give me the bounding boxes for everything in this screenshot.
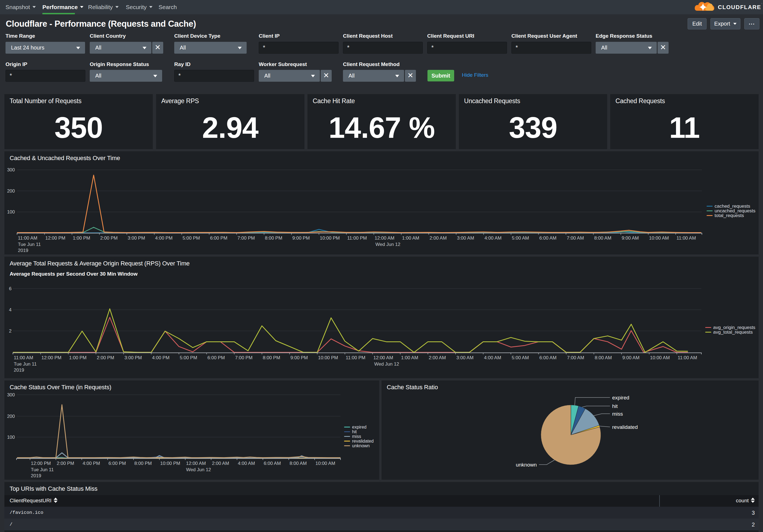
svg-text:CLOUDFLARE: CLOUDFLARE — [718, 4, 761, 10]
svg-text:2: 2 — [9, 328, 12, 334]
svg-text:100: 100 — [7, 435, 15, 440]
svg-text:9:00 PM: 9:00 PM — [290, 355, 308, 360]
svg-text:12:00 AM: 12:00 AM — [186, 461, 206, 466]
svg-text:6: 6 — [9, 286, 12, 291]
svg-text:hit: hit — [612, 403, 618, 409]
svg-text:11:00 AM: 11:00 AM — [678, 355, 697, 360]
svg-text:1:00 AM: 1:00 AM — [402, 235, 419, 241]
svg-text:2:00 PM: 2:00 PM — [57, 461, 74, 466]
svg-text:Wed Jun 12: Wed Jun 12 — [376, 242, 400, 247]
svg-text:10:00 PM: 10:00 PM — [318, 355, 338, 360]
svg-text:12:00 AM: 12:00 AM — [375, 235, 394, 241]
svg-text:4:00 AM: 4:00 AM — [485, 235, 501, 241]
svg-text:200: 200 — [7, 188, 15, 194]
svg-text:7:00 PM: 7:00 PM — [238, 235, 255, 241]
svg-text:Tue Jun 11: Tue Jun 11 — [18, 242, 41, 247]
svg-text:3:00 PM: 3:00 PM — [124, 355, 142, 360]
svg-text:8:00 PM: 8:00 PM — [265, 235, 282, 241]
svg-text:10:00 PM: 10:00 PM — [160, 461, 180, 466]
svg-text:6:00 PM: 6:00 PM — [208, 355, 225, 360]
svg-text:expired: expired — [612, 395, 629, 400]
svg-text:200: 200 — [7, 414, 15, 419]
svg-text:´: ´ — [761, 3, 762, 6]
svg-text:7:00 PM: 7:00 PM — [235, 355, 253, 360]
svg-text:12:00 AM: 12:00 AM — [374, 355, 393, 360]
svg-text:10:00 PM: 10:00 PM — [320, 235, 340, 241]
svg-text:3:00 AM: 3:00 AM — [457, 235, 474, 241]
svg-text:2019: 2019 — [18, 248, 28, 253]
svg-text:2:00 AM: 2:00 AM — [429, 355, 446, 360]
svg-text:8:00 AM: 8:00 AM — [595, 355, 612, 360]
svg-text:4:00 PM: 4:00 PM — [152, 355, 169, 360]
svg-text:unknown: unknown — [516, 462, 537, 468]
svg-text:7:00 AM: 7:00 AM — [567, 235, 584, 241]
svg-text:1:00 PM: 1:00 PM — [73, 235, 90, 241]
svg-text:12:00 PM: 12:00 PM — [31, 461, 51, 466]
svg-text:8:00 PM: 8:00 PM — [263, 355, 280, 360]
svg-text:3:00 AM: 3:00 AM — [456, 355, 474, 360]
svg-text:12:00 PM: 12:00 PM — [46, 235, 65, 241]
svg-text:4:00 AM: 4:00 AM — [238, 461, 255, 466]
svg-text:300: 300 — [7, 392, 15, 398]
svg-text:2019: 2019 — [14, 368, 24, 373]
svg-text:11:00 PM: 11:00 PM — [347, 235, 367, 241]
svg-text:4:00 PM: 4:00 PM — [82, 461, 100, 466]
svg-text:4:00 AM: 4:00 AM — [484, 355, 501, 360]
svg-text:10:00 AM: 10:00 AM — [315, 461, 335, 466]
svg-text:Tue Jun 11: Tue Jun 11 — [14, 361, 37, 367]
svg-text:8:00 AM: 8:00 AM — [594, 235, 611, 241]
svg-text:10:00 AM: 10:00 AM — [650, 355, 670, 360]
svg-text:11:00 AM: 11:00 AM — [677, 235, 696, 241]
svg-text:10:00 AM: 10:00 AM — [649, 235, 669, 241]
svg-text:5:00 PM: 5:00 PM — [180, 355, 197, 360]
svg-text:4:00 PM: 4:00 PM — [155, 235, 172, 241]
svg-text:2:00 AM: 2:00 AM — [430, 235, 447, 241]
svg-text:6:00 PM: 6:00 PM — [108, 461, 126, 466]
svg-text:2:00 AM: 2:00 AM — [212, 461, 229, 466]
svg-text:1:00 PM: 1:00 PM — [69, 355, 86, 360]
svg-text:4: 4 — [9, 307, 12, 312]
svg-text:1:00 AM: 1:00 AM — [401, 355, 418, 360]
svg-text:9:00 AM: 9:00 AM — [621, 235, 639, 241]
svg-text:11:00 AM: 11:00 AM — [18, 235, 38, 241]
svg-text:8:00 AM: 8:00 AM — [289, 461, 307, 466]
svg-text:100: 100 — [7, 209, 15, 215]
svg-text:5:00 PM: 5:00 PM — [182, 235, 200, 241]
svg-text:5:00 AM: 5:00 AM — [512, 355, 529, 360]
svg-text:8:00 PM: 8:00 PM — [134, 461, 152, 466]
svg-text:9:00 AM: 9:00 AM — [622, 355, 639, 360]
svg-text:revalidated: revalidated — [612, 424, 638, 430]
svg-text:9:00 PM: 9:00 PM — [292, 235, 310, 241]
svg-text:miss: miss — [612, 411, 623, 417]
svg-text:Wed Jun 12: Wed Jun 12 — [186, 467, 211, 472]
svg-text:6:00 PM: 6:00 PM — [210, 235, 227, 241]
svg-text:11:00 AM: 11:00 AM — [14, 355, 33, 360]
svg-text:300: 300 — [7, 167, 15, 172]
svg-text:2:00 PM: 2:00 PM — [100, 235, 118, 241]
svg-text:6:00 AM: 6:00 AM — [264, 461, 281, 466]
svg-text:2:00 PM: 2:00 PM — [97, 355, 114, 360]
svg-text:7:00 AM: 7:00 AM — [567, 355, 584, 360]
svg-text:Wed Jun 12: Wed Jun 12 — [374, 361, 399, 367]
svg-text:5:00 AM: 5:00 AM — [512, 235, 529, 241]
svg-text:6:00 AM: 6:00 AM — [539, 355, 557, 360]
svg-text:2019: 2019 — [31, 473, 41, 478]
svg-text:6:00 AM: 6:00 AM — [539, 235, 556, 241]
svg-text:3:00 PM: 3:00 PM — [128, 235, 145, 241]
svg-text:Tue Jun 11: Tue Jun 11 — [31, 467, 54, 472]
svg-text:12:00 PM: 12:00 PM — [42, 355, 62, 360]
svg-text:11:00 PM: 11:00 PM — [346, 355, 366, 360]
